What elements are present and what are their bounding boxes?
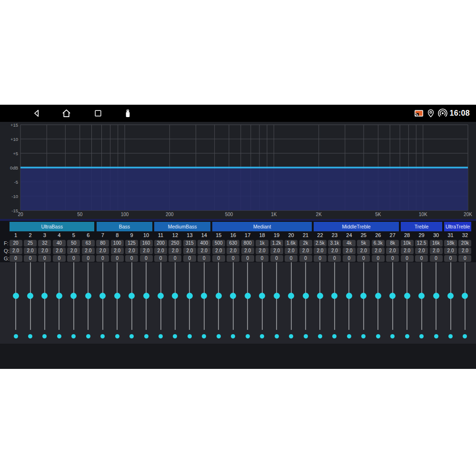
frequency-chip: 80	[96, 240, 109, 247]
gain-chip: 0	[212, 255, 225, 262]
q-chip: 2.0	[154, 248, 167, 254]
band-slider-thumb[interactable]	[418, 293, 425, 299]
q-chip: 2.0	[415, 248, 428, 254]
svg-text:0dB: 0dB	[10, 165, 18, 170]
recents-icon[interactable]	[93, 109, 103, 118]
band-dot[interactable]	[57, 334, 61, 338]
band-number: 10	[139, 232, 153, 238]
frequency-chip: 250	[169, 240, 181, 247]
band-dot[interactable]	[246, 334, 250, 338]
q-chip: 2.0	[140, 248, 153, 254]
band-slider-thumb[interactable]	[375, 293, 381, 299]
band-slider-thumb[interactable]	[56, 293, 62, 299]
frequency-chip: 500	[212, 240, 225, 247]
gain-chip: 0	[314, 255, 327, 262]
band-dot[interactable]	[188, 334, 192, 338]
frequency-chip: 2k	[299, 240, 312, 247]
band-number: 14	[197, 232, 211, 238]
band-slider-thumb[interactable]	[187, 293, 193, 299]
band-dot[interactable]	[14, 334, 18, 338]
band-number: 30	[429, 232, 443, 238]
band-dot[interactable]	[304, 334, 308, 338]
band-slider-thumb[interactable]	[447, 293, 454, 299]
q-chip: 2.0	[183, 248, 196, 254]
frequency-chip: 3.1k	[328, 240, 341, 247]
status-bar: 16:08	[0, 105, 476, 122]
band-number: 3	[38, 232, 52, 238]
svg-text:5K: 5K	[375, 212, 381, 217]
band-slider-thumb[interactable]	[13, 293, 19, 299]
band-slider-thumb[interactable]	[85, 293, 91, 299]
band-slider-thumb[interactable]	[114, 293, 120, 299]
gain-chip: 0	[169, 255, 181, 262]
frequency-chip: 630	[227, 240, 239, 247]
gain-chip: 0	[111, 255, 124, 262]
band-dot[interactable]	[144, 334, 149, 338]
band-dot[interactable]	[318, 334, 322, 338]
gain-chip: 0	[415, 255, 428, 262]
gain-chip: 0	[53, 255, 66, 262]
gain-chip: 0	[67, 255, 80, 262]
band-number: 25	[357, 232, 371, 238]
home-icon[interactable]	[61, 108, 72, 119]
frequency-chip: 25	[24, 240, 37, 247]
q-chip: 2.0	[125, 248, 138, 254]
band-slider-thumb[interactable]	[158, 293, 164, 299]
band-dot[interactable]	[28, 334, 32, 338]
band-slider-thumb[interactable]	[129, 293, 135, 299]
band-slider-thumb[interactable]	[143, 293, 149, 299]
gain-chip: 0	[386, 255, 399, 262]
band-dot[interactable]	[376, 334, 380, 338]
band-group-treble: Treble	[401, 222, 442, 231]
band-dot[interactable]	[405, 334, 409, 338]
band-dot[interactable]	[448, 334, 453, 338]
frequency-chip: 50	[67, 240, 80, 247]
gain-chip: 0	[96, 255, 109, 262]
back-icon[interactable]	[31, 108, 42, 119]
band-group-middletreble: MiddleTreble	[314, 222, 399, 231]
band-dot[interactable]	[275, 334, 279, 338]
svg-text:20K: 20K	[464, 212, 472, 217]
band-dot[interactable]	[217, 334, 221, 338]
frequency-chip: 4k	[343, 240, 356, 247]
band-slider-thumb[interactable]	[274, 293, 280, 299]
band-dot[interactable]	[289, 334, 293, 338]
band-dot[interactable]	[347, 334, 351, 338]
band-slider-thumb[interactable]	[245, 293, 251, 299]
frequency-chip: 200	[154, 240, 167, 247]
frequency-chip: 20	[10, 240, 22, 247]
band-number: 2	[23, 232, 38, 238]
band-slider-thumb[interactable]	[27, 293, 33, 299]
gain-chip: 0	[343, 255, 356, 262]
gain-chip: 0	[154, 255, 167, 262]
band-slider-thumb[interactable]	[346, 293, 352, 299]
sliders-area	[0, 262, 476, 344]
band-number: 20	[284, 232, 298, 238]
frequency-chip: 8k	[386, 240, 399, 247]
q-chip: 2.0	[82, 248, 95, 254]
band-dot[interactable]	[86, 334, 90, 338]
q-chip: 2.0	[169, 248, 181, 254]
band-slider-thumb[interactable]	[303, 293, 309, 299]
band-slider-thumb[interactable]	[259, 293, 265, 299]
q-chip: 2.0	[241, 248, 254, 254]
band-dot[interactable]	[159, 334, 163, 338]
band-dot[interactable]	[434, 334, 438, 338]
frequency-chip: 1.6k	[285, 240, 298, 247]
band-slider-thumb[interactable]	[288, 293, 294, 299]
band-number: 4	[52, 232, 66, 238]
q-chip: 2.0	[328, 248, 341, 254]
svg-text:20: 20	[18, 212, 23, 217]
gain-chip: 0	[24, 255, 37, 262]
q-chip: 2.0	[430, 248, 443, 254]
band-dot[interactable]	[115, 334, 119, 338]
gain-chip: 0	[198, 255, 210, 262]
q-chip: 2.0	[401, 248, 414, 254]
q-chip: 2.0	[10, 248, 22, 254]
svg-text:+10: +10	[10, 137, 18, 142]
band-slider-thumb[interactable]	[404, 293, 410, 299]
band-slider-thumb[interactable]	[433, 293, 439, 299]
band-slider-thumb[interactable]	[317, 293, 323, 299]
band-slider-thumb[interactable]	[216, 293, 222, 299]
band-number: 9	[125, 232, 139, 238]
